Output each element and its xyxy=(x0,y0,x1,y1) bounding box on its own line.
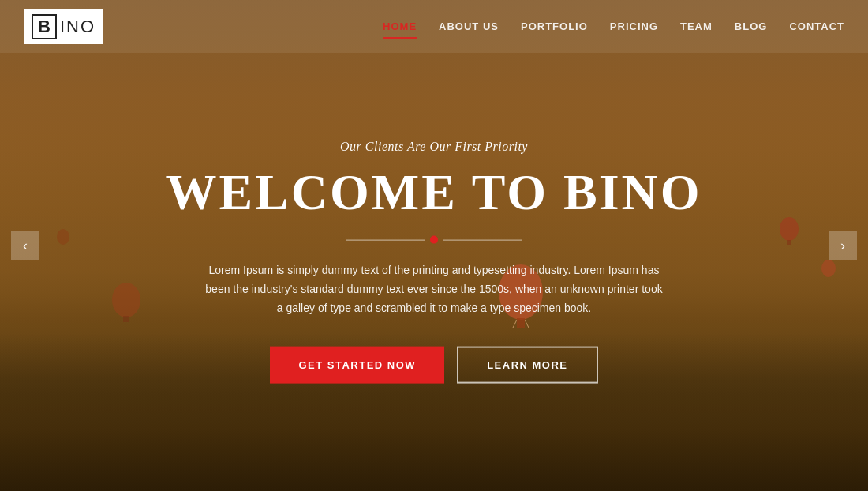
divider-dot xyxy=(430,236,438,244)
divider-line-right xyxy=(443,240,522,241)
nav-blog[interactable]: BLOG xyxy=(735,21,768,32)
nav-home[interactable]: HOME xyxy=(383,21,417,32)
learn-more-button[interactable]: LEARN MORE xyxy=(457,346,597,383)
nav-links: HOME ABOUT US PORTFOLIO PRICING TEAM BLO… xyxy=(383,21,844,32)
divider-line-left xyxy=(346,240,425,241)
hero-description: Lorem Ipsum is simply dummy text of the … xyxy=(205,261,663,317)
nav-contact[interactable]: CONTACT xyxy=(789,21,844,32)
slider-prev-button[interactable]: ‹ xyxy=(11,231,39,260)
nav-team[interactable]: TEAM xyxy=(680,21,713,32)
hero-title: WELCOME TO BINO xyxy=(158,165,710,220)
hero-divider xyxy=(158,236,710,244)
hero-subtitle: Our Clients Are Our First Priority xyxy=(158,140,710,154)
logo[interactable]: B INO xyxy=(24,9,103,44)
nav-pricing[interactable]: PRICING xyxy=(610,21,658,32)
logo-b: B xyxy=(32,14,57,39)
slider-next-button[interactable]: › xyxy=(829,231,857,260)
hero-content: Our Clients Are Our First Priority WELCO… xyxy=(158,140,710,384)
nav-about[interactable]: ABOUT US xyxy=(439,21,499,32)
navbar: B INO HOME ABOUT US PORTFOLIO PRICING TE… xyxy=(0,0,868,53)
get-started-button[interactable]: GET STARTED NOW xyxy=(270,346,444,383)
logo-ino: INO xyxy=(60,17,95,37)
hero-buttons: GET STARTED NOW LEARN MORE xyxy=(158,346,710,383)
page-wrapper: B INO HOME ABOUT US PORTFOLIO PRICING TE… xyxy=(0,0,868,491)
nav-portfolio[interactable]: PORTFOLIO xyxy=(521,21,588,32)
